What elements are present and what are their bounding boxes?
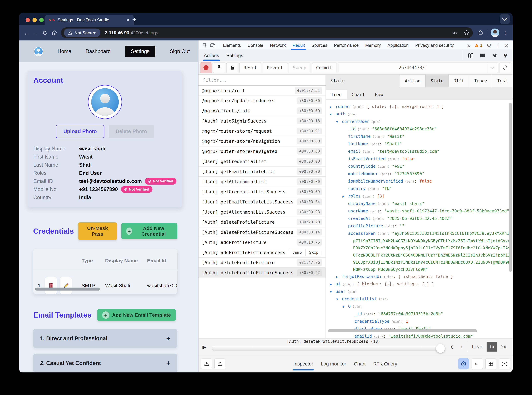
- tree-collapsed-arrow[interactable]: ▶: [330, 281, 335, 288]
- tree-row[interactable]: userName (pin): "wasit-shafi-01973447-1d…: [328, 208, 513, 215]
- password-manager-button[interactable]: [452, 29, 458, 36]
- redux-tab-settings[interactable]: Settings: [226, 50, 243, 61]
- jump-button[interactable]: Jump: [289, 249, 306, 256]
- tree-row[interactable]: country (pin): "IN": [328, 185, 513, 192]
- action-row[interactable]: [Auth] addProfilePicture+30:10.76: [198, 237, 325, 247]
- tab-memory[interactable]: Memory: [365, 40, 381, 50]
- profile-avatar[interactable]: [491, 28, 499, 37]
- remote-button[interactable]: [499, 358, 510, 369]
- security-chip[interactable]: Not Secure: [64, 28, 100, 37]
- add-template-button[interactable]: + Add New Email Template: [97, 309, 176, 321]
- tree-expanded-arrow[interactable]: ▼: [330, 111, 335, 118]
- settings-gear-icon[interactable]: ⚙: [486, 42, 491, 49]
- horizontal-scrollbar[interactable]: [328, 329, 477, 332]
- tree-row[interactable]: mobileNumber (pin): "1234567890": [328, 170, 513, 178]
- home-button[interactable]: [49, 28, 59, 38]
- tree-expanded-arrow[interactable]: ▼: [330, 288, 335, 295]
- filter-input[interactable]: filter...: [198, 75, 325, 86]
- revert-button[interactable]: Revert: [263, 62, 287, 73]
- action-row[interactable]: [User] getAttachmentList+00:00:00: [198, 177, 325, 187]
- action-row[interactable]: [Auth] deleteProfilePictureSuccess+30:00…: [198, 268, 325, 278]
- export-button[interactable]: [214, 358, 225, 369]
- tab-application[interactable]: Application: [387, 40, 408, 50]
- import-button[interactable]: [201, 358, 212, 369]
- bookmark-button[interactable]: [463, 29, 470, 36]
- tree-expanded-arrow[interactable]: ▼: [336, 296, 342, 303]
- commit-button[interactable]: Commit: [312, 62, 336, 73]
- tree-row[interactable]: ▼currentUser (pin): [328, 118, 513, 125]
- mode-trace[interactable]: Trace: [469, 75, 492, 87]
- tab-redux[interactable]: Redux: [292, 40, 305, 50]
- nav-item-settings[interactable]: Settings: [125, 46, 155, 57]
- monitor-tab-inspector[interactable]: Inspector: [293, 355, 313, 373]
- add-credential-button[interactable]: + Add New Credential: [121, 223, 177, 239]
- view-raw[interactable]: Raw: [370, 90, 388, 99]
- tab-search-button[interactable]: [500, 14, 510, 24]
- email-template-item[interactable]: 1. Direct and Professional+: [33, 329, 177, 348]
- close-window-button[interactable]: [26, 18, 30, 22]
- layout-button[interactable]: [485, 358, 496, 369]
- action-row[interactable]: @ngrx/router-store/navigated+30:00.00: [198, 146, 325, 156]
- sync-button[interactable]: [499, 62, 511, 73]
- dispatcher-button[interactable]: >_: [472, 358, 483, 369]
- action-row[interactable]: [Auth] autoSigninSuccess+30:00.18: [198, 116, 325, 126]
- more-tabs-icon[interactable]: »: [467, 42, 471, 49]
- tab-close-icon[interactable]: ×: [126, 17, 130, 23]
- device-toolbar-button[interactable]: [209, 41, 217, 49]
- nav-item-dashboard[interactable]: Dashboard: [86, 49, 111, 54]
- tab-privacy-and-security[interactable]: Privacy and security: [415, 40, 454, 50]
- tree-row[interactable]: ▶forgotPasswordUi (pin): { isEmailSent: …: [328, 273, 513, 280]
- tree-collapsed-arrow[interactable]: ▶: [342, 193, 348, 200]
- sweep-button[interactable]: Sweep: [289, 62, 310, 73]
- new-tab-button[interactable]: +: [130, 14, 139, 25]
- reload-button[interactable]: [40, 28, 49, 38]
- mode-state[interactable]: State: [425, 75, 448, 87]
- time-travel-button[interactable]: [458, 358, 469, 369]
- lock-button[interactable]: [226, 62, 238, 73]
- action-row[interactable]: [Auth] deleteProfilePicture+31:47.76: [198, 258, 325, 268]
- address-bar[interactable]: Not Secure 3.110.46.93:4200/settings: [61, 27, 473, 38]
- twitter-icon[interactable]: [492, 52, 498, 59]
- view-chart[interactable]: Chart: [347, 90, 370, 99]
- monitor-tab-rtk-query[interactable]: RTK Query: [373, 355, 397, 373]
- tree-row[interactable]: isMobileNumberVerified (pin): false: [328, 178, 513, 185]
- forward-button[interactable]: →: [31, 28, 40, 38]
- mode-test[interactable]: Test: [492, 75, 513, 87]
- tab-sources[interactable]: Sources: [312, 40, 327, 50]
- action-row[interactable]: [Auth] deleteProfilePictureSuccess+30:00…: [198, 227, 325, 237]
- action-row[interactable]: [Auth] addProfilePictureSuccessJumpSkip: [198, 247, 325, 258]
- action-row[interactable]: @ngrx/store/update-reducers+30:00.00: [198, 96, 325, 106]
- action-row[interactable]: [Auth] deleteProfilePicture+30:23.29: [198, 217, 325, 227]
- action-row[interactable]: @ngrx/router-store/request+30:00.01: [198, 126, 325, 136]
- issues-indicator[interactable]: 1: [474, 43, 483, 48]
- browser-tab[interactable]: DTS Settings - Dev Tools Studio ×: [45, 15, 134, 25]
- close-devtools-icon[interactable]: ×: [505, 42, 509, 49]
- inspect-element-button[interactable]: [201, 41, 209, 49]
- tree-expanded-arrow[interactable]: ▼: [336, 118, 342, 125]
- delete-credential-button[interactable]: [45, 277, 57, 294]
- horizontal-scrollbar[interactable]: [35, 288, 100, 291]
- upload-photo-button[interactable]: Upload Photo: [56, 125, 104, 138]
- live-button[interactable]: Live: [472, 344, 482, 349]
- action-row[interactable]: [User] getAttachmentListSuccess+30:00.03: [198, 207, 325, 217]
- skip-button[interactable]: Skip: [306, 249, 322, 256]
- tree-expanded-arrow[interactable]: ▼: [342, 303, 348, 310]
- tree-row[interactable]: ▶ui (pin): { blocker: {…}, settings: {…}…: [328, 280, 513, 288]
- edit-credential-button[interactable]: [60, 277, 72, 294]
- tree-row[interactable]: ▼auth (pin): [328, 110, 513, 118]
- action-row[interactable]: [User] getCredentialList+30:00.00: [198, 156, 325, 166]
- pin-button[interactable]: [213, 62, 225, 73]
- heart-icon[interactable]: ♥: [504, 52, 507, 59]
- tree-row[interactable]: displayName (pin): "wasit shafi": [328, 200, 513, 208]
- tab-performance[interactable]: Performance: [334, 40, 359, 50]
- tree-row[interactable]: emailId (pin): "wasitshafi700@devtoolsst…: [328, 333, 513, 338]
- tab-elements[interactable]: Elements: [223, 40, 241, 50]
- action-row[interactable]: [User] getCredentialListSuccess+30:00.09: [198, 187, 325, 197]
- email-template-item[interactable]: 2. Casual Yet Confident+: [33, 354, 177, 373]
- tree-row[interactable]: firstName (pin): "Wasit": [328, 133, 513, 140]
- tree-row[interactable]: isEmailVerified (pin): false: [328, 155, 513, 163]
- tree-row[interactable]: ▼user (pin): [328, 288, 513, 295]
- tab-network[interactable]: Network: [270, 40, 286, 50]
- view-tree[interactable]: Tree: [326, 90, 347, 99]
- action-row[interactable]: [User] getEmailTemplateList+00:00:00: [198, 166, 325, 177]
